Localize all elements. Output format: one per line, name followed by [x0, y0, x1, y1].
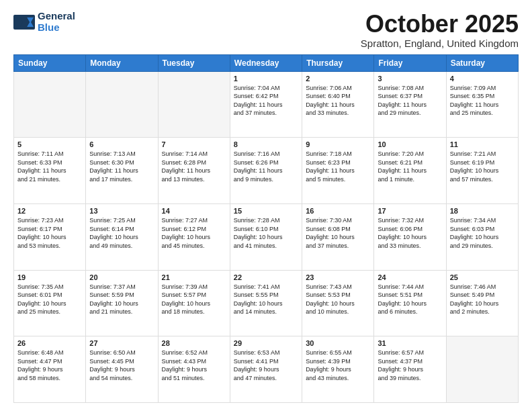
day-number: 24 — [378, 273, 442, 281]
cell-info: Sunrise: 7:04 AM — [234, 84, 298, 93]
day-number: 16 — [306, 207, 370, 215]
calendar-cell — [14, 71, 86, 138]
day-number: 30 — [306, 339, 370, 347]
cell-info: Sunrise: 7:39 AM — [162, 283, 226, 291]
cell-info: Daylight: 10 hours — [378, 233, 442, 242]
calendar-cell: 16Sunrise: 7:30 AMSunset: 6:08 PMDayligh… — [302, 203, 374, 270]
cell-info: Sunrise: 7:43 AM — [306, 283, 370, 291]
cell-info: Daylight: 10 hours — [450, 300, 515, 308]
calendar-cell: 6Sunrise: 7:13 AMSunset: 6:30 PMDaylight… — [86, 138, 158, 204]
day-number: 18 — [450, 207, 515, 215]
day-number: 17 — [378, 207, 442, 215]
cell-info: and 5 minutes. — [306, 175, 370, 184]
cell-info: and 21 minutes. — [17, 175, 82, 184]
title-area: October 2025 Spratton, England, United K… — [361, 11, 519, 49]
cell-info: Sunrise: 7:06 AM — [306, 84, 370, 93]
cell-info: Sunset: 6:40 PM — [306, 92, 370, 101]
cell-info: Sunset: 6:08 PM — [306, 225, 370, 234]
day-header-thursday: Thursday — [302, 54, 374, 71]
logo: General Blue — [13, 11, 75, 33]
cell-info: Sunrise: 6:55 AM — [306, 349, 370, 357]
week-row-4: 19Sunrise: 7:35 AMSunset: 6:01 PMDayligh… — [14, 270, 519, 336]
day-header-monday: Monday — [86, 54, 158, 71]
calendar-cell: 31Sunrise: 6:57 AMSunset: 4:37 PMDayligh… — [374, 336, 446, 403]
day-header-sunday: Sunday — [14, 54, 86, 71]
cell-info: and 6 minutes. — [378, 308, 442, 316]
cell-info: Sunrise: 7:28 AM — [234, 216, 298, 225]
cell-info: Daylight: 10 hours — [162, 300, 226, 308]
cell-info: Daylight: 11 hours — [306, 167, 370, 175]
cell-info: Daylight: 11 hours — [378, 167, 442, 175]
day-number: 13 — [89, 207, 154, 215]
calendar-cell: 26Sunrise: 6:48 AMSunset: 4:47 PMDayligh… — [14, 336, 86, 403]
cell-info: Daylight: 11 hours — [306, 101, 370, 109]
cell-info: Sunset: 5:49 PM — [450, 291, 515, 300]
day-number: 27 — [89, 339, 154, 347]
cell-info: Sunset: 6:30 PM — [89, 158, 154, 167]
calendar-cell: 19Sunrise: 7:35 AMSunset: 6:01 PMDayligh… — [14, 270, 86, 336]
cell-info: Sunrise: 7:16 AM — [234, 150, 298, 158]
cell-info: Daylight: 10 hours — [234, 233, 298, 242]
cell-info: Sunrise: 7:08 AM — [378, 84, 442, 93]
calendar-cell: 17Sunrise: 7:32 AMSunset: 6:06 PMDayligh… — [374, 203, 446, 270]
logo-blue: Blue — [38, 22, 75, 34]
calendar-cell: 11Sunrise: 7:21 AMSunset: 6:19 PMDayligh… — [446, 138, 518, 204]
calendar-cell: 9Sunrise: 7:18 AMSunset: 6:23 PMDaylight… — [302, 138, 374, 204]
cell-info: and 29 minutes. — [450, 242, 515, 250]
cell-info: Daylight: 10 hours — [89, 300, 154, 308]
day-number: 21 — [162, 273, 226, 281]
day-number: 26 — [17, 339, 82, 347]
day-number: 11 — [450, 140, 515, 148]
day-number: 28 — [162, 339, 226, 347]
day-number: 19 — [17, 273, 82, 281]
cell-info: Sunset: 6:26 PM — [234, 158, 298, 167]
cell-info: Sunrise: 7:23 AM — [17, 216, 82, 225]
cell-info: Sunrise: 7:35 AM — [17, 283, 82, 291]
calendar-cell: 15Sunrise: 7:28 AMSunset: 6:10 PMDayligh… — [230, 203, 302, 270]
cell-info: Sunset: 4:43 PM — [162, 357, 226, 366]
week-row-3: 12Sunrise: 7:23 AMSunset: 6:17 PMDayligh… — [14, 203, 519, 270]
cell-info: Sunset: 5:51 PM — [378, 291, 442, 300]
cell-info: Daylight: 9 hours — [17, 365, 82, 374]
cell-info: Sunset: 6:19 PM — [450, 158, 515, 167]
day-number: 20 — [89, 273, 154, 281]
calendar-cell: 13Sunrise: 7:25 AMSunset: 6:14 PMDayligh… — [86, 203, 158, 270]
cell-info: Sunrise: 7:30 AM — [306, 216, 370, 225]
cell-info: Daylight: 10 hours — [162, 233, 226, 242]
calendar-cell — [86, 71, 158, 138]
cell-info: and 14 minutes. — [234, 308, 298, 316]
cell-info: Sunset: 6:12 PM — [162, 225, 226, 234]
cell-info: and 9 minutes. — [234, 175, 298, 184]
cell-info: and 18 minutes. — [162, 308, 226, 316]
day-header-saturday: Saturday — [446, 54, 518, 71]
cell-info: Sunset: 4:41 PM — [234, 357, 298, 366]
cell-info: Sunrise: 7:18 AM — [306, 150, 370, 158]
calendar-cell: 10Sunrise: 7:20 AMSunset: 6:21 PMDayligh… — [374, 138, 446, 204]
calendar-cell: 14Sunrise: 7:27 AMSunset: 6:12 PMDayligh… — [158, 203, 230, 270]
calendar-cell: 4Sunrise: 7:09 AMSunset: 6:35 PMDaylight… — [446, 71, 518, 138]
cell-info: Daylight: 10 hours — [17, 233, 82, 242]
day-number: 7 — [162, 140, 226, 148]
calendar-cell: 3Sunrise: 7:08 AMSunset: 6:37 PMDaylight… — [374, 71, 446, 138]
calendar-table: SundayMondayTuesdayWednesdayThursdayFrid… — [13, 54, 519, 403]
cell-info: and 43 minutes. — [306, 374, 370, 383]
week-row-5: 26Sunrise: 6:48 AMSunset: 4:47 PMDayligh… — [14, 336, 519, 403]
day-header-wednesday: Wednesday — [230, 54, 302, 71]
cell-info: Sunset: 4:45 PM — [89, 357, 154, 366]
cell-info: Sunset: 4:37 PM — [378, 357, 442, 366]
day-number: 5 — [17, 140, 82, 148]
cell-info: Daylight: 10 hours — [89, 233, 154, 242]
logo-general: General — [38, 11, 75, 22]
cell-info: Sunrise: 6:57 AM — [378, 349, 442, 357]
cell-info: Sunrise: 7:46 AM — [450, 283, 515, 291]
cell-info: Daylight: 9 hours — [378, 365, 442, 374]
cell-info: and 39 minutes. — [378, 374, 442, 383]
day-number: 2 — [306, 75, 370, 83]
cell-info: Sunset: 6:35 PM — [450, 92, 515, 101]
cell-info: Sunrise: 7:21 AM — [450, 150, 515, 158]
cell-info: Sunrise: 7:34 AM — [450, 216, 515, 225]
cell-info: Daylight: 11 hours — [17, 167, 82, 175]
cell-info: and 53 minutes. — [17, 242, 82, 250]
cell-info: Sunset: 6:42 PM — [234, 92, 298, 101]
month-title: October 2025 — [361, 11, 519, 38]
